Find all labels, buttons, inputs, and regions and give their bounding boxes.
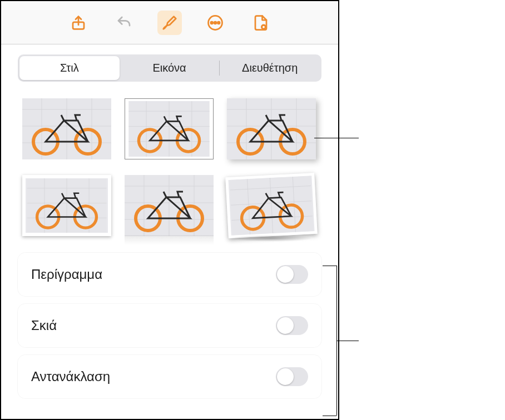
undo-button[interactable] [112,11,136,35]
svg-point-4 [217,22,220,24]
shadow-toggle[interactable] [276,316,308,335]
callout-line [314,138,359,138]
tab-arrange[interactable]: Διευθέτηση [220,56,320,80]
toolbar [1,1,338,44]
tab-style[interactable]: Στιλ [19,56,120,80]
callout-line [323,416,336,416]
svg-point-2 [211,22,213,24]
reflection-toggle[interactable] [276,367,308,386]
style-option-shadow[interactable] [227,98,316,159]
svg-point-3 [214,22,216,24]
toggle-list: Περίγραμμα Σκιά Αντανάκλαση [18,253,321,398]
style-option-border[interactable] [125,98,214,159]
shadow-label: Σκιά [31,318,57,333]
reflection-label: Αντανάκλαση [31,369,110,384]
share-button[interactable] [66,11,91,35]
border-toggle[interactable] [276,265,308,284]
style-option-frame[interactable] [22,175,111,236]
document-icon [253,14,269,31]
callout-line [323,266,336,266]
app-frame: Στιλ Εικόνα Διευθέτηση [0,0,339,420]
format-button[interactable] [157,11,182,35]
share-icon [70,14,87,31]
svg-point-6 [263,26,265,28]
callout-line [336,341,359,341]
document-settings-button[interactable] [249,11,273,35]
style-option-reflection[interactable] [125,175,214,236]
reflection-row: Αντανάκλαση [18,355,321,398]
more-icon [207,14,224,31]
undo-icon [116,14,132,31]
style-option-tilted[interactable] [227,175,316,236]
tab-image[interactable]: Εικόνα [120,56,220,80]
style-option-plain[interactable] [22,98,111,159]
brush-icon [161,14,178,31]
border-row: Περίγραμμα [18,253,321,296]
more-button[interactable] [203,11,227,35]
style-grid [18,98,321,236]
format-panel: Στιλ Εικόνα Διευθέτηση [1,44,338,408]
tabs: Στιλ Εικόνα Διευθέτηση [18,54,321,82]
shadow-row: Σκιά [18,304,321,347]
border-label: Περίγραμμα [31,267,102,282]
